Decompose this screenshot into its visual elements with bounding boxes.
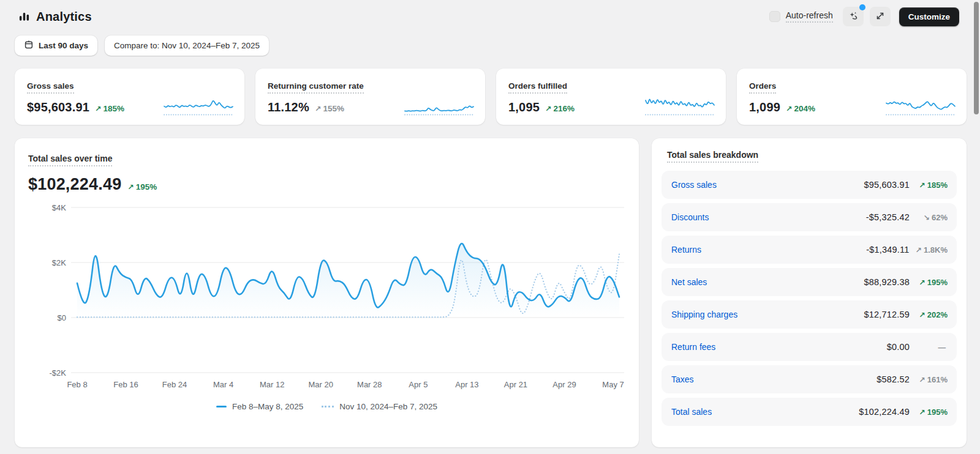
breakdown-link[interactable]: Discounts <box>671 212 709 222</box>
metric-value: 1,095 <box>508 100 540 114</box>
page-title: Analytics <box>36 10 92 24</box>
svg-text:Mar 4: Mar 4 <box>213 380 233 389</box>
metric-delta: ↗216% <box>545 104 575 113</box>
notification-dot <box>859 4 865 10</box>
breakdown-row-total-sales[interactable]: Total sales $102,224.49↗195% <box>662 398 957 426</box>
metric-value: 11.12% <box>268 100 309 114</box>
breakdown-amount: $12,712.59 <box>864 310 910 319</box>
breakdown-link[interactable]: Returns <box>671 245 701 255</box>
svg-text:Apr 5: Apr 5 <box>409 380 428 389</box>
compare-to-button[interactable]: Compare to: Nov 10, 2024–Feb 7, 2025 <box>105 35 269 56</box>
breakdown-amount: $0.00 <box>887 342 910 352</box>
metric-card-orders-fulfilled[interactable]: Orders fulfilled 1,095 ↗216% <box>496 69 726 125</box>
compare-to-label: Compare to: Nov 10, 2024–Feb 7, 2025 <box>114 41 260 50</box>
bar-chart-icon <box>18 11 30 23</box>
breakdown-row-net-sales[interactable]: Net sales $88,929.38↗195% <box>662 268 957 296</box>
topbar: Analytics Auto-refresh <box>0 0 980 27</box>
breakdown-link[interactable]: Shipping charges <box>671 310 737 319</box>
breakdown-link[interactable]: Total sales <box>671 407 712 417</box>
sparkline-chart <box>403 91 475 117</box>
auto-refresh-toggle[interactable]: Auto-refresh <box>769 10 833 23</box>
fullscreen-button[interactable] <box>870 7 891 26</box>
breakdown-row-taxes[interactable]: Taxes $582.52↗161% <box>662 365 957 393</box>
svg-text:Mar 12: Mar 12 <box>260 380 284 389</box>
legend-current-period: Feb 8–May 8, 2025 <box>216 402 303 411</box>
svg-text:Apr 21: Apr 21 <box>504 380 527 389</box>
svg-text:$2K: $2K <box>52 258 66 267</box>
svg-text:Mar 20: Mar 20 <box>309 380 333 389</box>
breakdown-delta: ↗161% <box>916 375 948 384</box>
legend-comparison-period: Nov 10, 2024–Feb 7, 2025 <box>322 402 437 411</box>
breakdown-row-return-fees[interactable]: Return fees $0.00— <box>662 333 957 361</box>
metric-delta: ↗185% <box>95 104 124 113</box>
breakdown-delta: ↗195% <box>916 278 948 287</box>
breakdown-amount: -$1,349.11 <box>866 245 909 255</box>
svg-text:$4K: $4K <box>52 203 66 212</box>
breakdown-amount: $582.52 <box>876 374 910 384</box>
breakdown-link[interactable]: Taxes <box>671 374 694 384</box>
metric-card-returning-customer-rate[interactable]: Returning customer rate 11.12% ↗155% <box>255 69 485 125</box>
auto-refresh-label: Auto-refresh <box>786 10 833 23</box>
breakdown-amount: $102,224.49 <box>859 407 910 417</box>
breakdown-amount: $95,603.91 <box>864 180 910 190</box>
expand-icon <box>875 11 885 23</box>
auto-refresh-checkbox[interactable] <box>769 11 780 22</box>
metric-title[interactable]: Gross sales <box>27 81 74 94</box>
svg-text:Feb 16: Feb 16 <box>113 380 138 389</box>
metric-title[interactable]: Orders <box>749 81 776 94</box>
metric-card-gross-sales[interactable]: Gross sales $95,603.91 ↗185% <box>15 69 244 125</box>
date-range-label: Last 90 days <box>39 41 88 50</box>
analytics-page: Analytics Auto-refresh <box>0 0 980 454</box>
magic-icon <box>848 10 859 23</box>
breakdown-title: Total sales breakdown <box>667 150 758 163</box>
main-row: Total sales over time $102,224.49 ↗195% … <box>0 125 980 447</box>
breakdown-link[interactable]: Net sales <box>671 277 707 287</box>
metric-value: $95,603.91 <box>27 100 89 114</box>
line-chart: $4K$2K$0-$2KFeb 8Feb 16Feb 24Mar 4Mar 12… <box>28 200 625 393</box>
chart-total-value: $102,224.49 <box>28 175 121 194</box>
breakdown-delta: ↗195% <box>916 407 948 417</box>
breakdown-delta: ↘62% <box>916 213 948 222</box>
breakdown-row-gross-sales[interactable]: Gross sales $95,603.91↗185% <box>662 171 957 199</box>
breakdown-delta: ↗202% <box>916 310 948 319</box>
svg-text:Apr 13: Apr 13 <box>455 380 478 389</box>
metric-title[interactable]: Returning customer rate <box>268 81 364 94</box>
sparkline-chart <box>162 91 235 117</box>
breakdown-row-discounts[interactable]: Discounts -$5,325.42↘62% <box>662 203 957 231</box>
date-range-button[interactable]: Last 90 days <box>15 35 97 56</box>
breakdown-delta: ↗1.8K% <box>915 245 948 255</box>
breakdown-amount: -$5,325.42 <box>866 212 910 222</box>
svg-text:Mar 28: Mar 28 <box>357 380 382 389</box>
chart-title[interactable]: Total sales over time <box>28 154 112 166</box>
total-sales-chart-card: Total sales over time $102,224.49 ↗195% … <box>15 138 639 447</box>
sparkline-chart <box>884 91 957 117</box>
customize-button[interactable]: Customize <box>899 7 959 26</box>
svg-text:Feb 24: Feb 24 <box>162 380 187 389</box>
metric-delta: ↗204% <box>786 104 815 113</box>
breakdown-link[interactable]: Return fees <box>671 342 715 352</box>
chart-legend: Feb 8–May 8, 2025 Nov 10, 2024–Feb 7, 20… <box>28 402 625 411</box>
metric-value: 1,099 <box>749 100 780 114</box>
total-sales-breakdown-card: Total sales breakdown Gross sales $95,60… <box>652 138 967 447</box>
magic-assistant-button[interactable] <box>843 7 864 26</box>
metric-delta: ↗155% <box>315 104 344 113</box>
svg-text:Apr 29: Apr 29 <box>552 380 576 389</box>
filter-bar: Last 90 days Compare to: Nov 10, 2024–Fe… <box>0 27 980 56</box>
breakdown-delta: ↗185% <box>916 180 948 190</box>
svg-text:-$2K: -$2K <box>50 368 67 378</box>
metric-title[interactable]: Orders fulfilled <box>508 81 567 94</box>
breakdown-row-shipping-charges[interactable]: Shipping charges $12,712.59↗202% <box>662 300 957 329</box>
dotted-line-swatch <box>322 406 334 407</box>
svg-text:$0: $0 <box>58 313 66 322</box>
metric-card-orders[interactable]: Orders 1,099 ↗204% <box>737 69 967 125</box>
breakdown-row-returns[interactable]: Returns -$1,349.11↗1.8K% <box>662 236 957 264</box>
scrollbar-track[interactable] <box>973 0 979 454</box>
breakdown-amount: $88,929.38 <box>864 277 910 287</box>
sparkline-chart <box>644 91 716 117</box>
chart-delta: ↗195% <box>127 182 157 192</box>
scrollbar-thumb[interactable] <box>974 2 979 114</box>
svg-text:May 7: May 7 <box>602 380 624 389</box>
breakdown-rows: Gross sales $95,603.91↗185% Discounts -$… <box>662 171 957 426</box>
breakdown-link[interactable]: Gross sales <box>671 180 717 190</box>
svg-text:Feb 8: Feb 8 <box>67 380 87 389</box>
